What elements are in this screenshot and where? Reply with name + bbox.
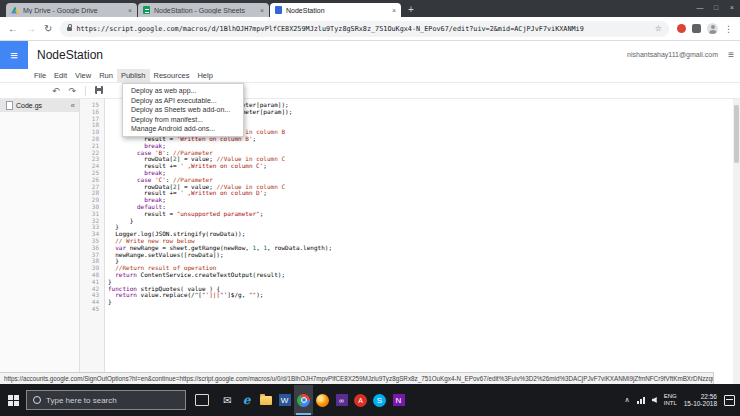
edge-browser-icon[interactable]: e bbox=[237, 385, 256, 415]
hamburger-icon[interactable]: ≡ bbox=[0, 41, 28, 69]
code-line: 28 result += ' ,Written on column D'; bbox=[80, 190, 733, 197]
minimize-icon[interactable]: — bbox=[692, 0, 708, 15]
windows-taskbar: Type here to search ✉eW∞ASN ∧ ENG INTL 2… bbox=[0, 384, 740, 416]
collapse-panel-icon[interactable]: « bbox=[71, 101, 75, 110]
menu-file[interactable]: File bbox=[30, 69, 50, 82]
menu-item-manage-android-add-ons[interactable]: Manage Android add-ons... bbox=[123, 124, 243, 134]
close-icon[interactable]: × bbox=[724, 0, 740, 15]
browser-toolbar: ← → ↻ https://script.google.com/macros/d… bbox=[0, 17, 740, 41]
word-app-icon[interactable]: W bbox=[275, 385, 294, 415]
onenote-glyph: N bbox=[393, 394, 405, 406]
browser-tab[interactable]: My Drive - Google Drive× bbox=[6, 3, 137, 17]
extension-icon-gray[interactable] bbox=[692, 24, 701, 33]
skype-glyph: S bbox=[373, 394, 386, 407]
code-line: 32 } bbox=[80, 218, 733, 225]
menu-item-deploy-as-api-executable[interactable]: Deploy as API executable... bbox=[123, 96, 243, 106]
tray-chevron-icon[interactable]: ∧ bbox=[625, 396, 630, 404]
browser-actions: ⋮ bbox=[677, 23, 733, 34]
code-editor[interactable]: 15 var value = stripQuotes(e.parameter[p… bbox=[80, 99, 733, 384]
profile-avatar[interactable] bbox=[707, 23, 718, 34]
windows-logo-icon bbox=[8, 395, 19, 406]
tab-close-icon[interactable]: × bbox=[260, 7, 264, 14]
code-line: 37 newRange.setValues([rowData]); bbox=[80, 252, 733, 259]
acrobat-app-icon[interactable]: A bbox=[351, 385, 370, 415]
skype-app-icon[interactable]: S bbox=[370, 385, 389, 415]
volume-icon[interactable] bbox=[652, 397, 657, 403]
tab-title: My Drive - Google Drive bbox=[23, 7, 125, 14]
code-line: 45 bbox=[80, 306, 733, 313]
editor-scrollbar[interactable] bbox=[733, 99, 740, 384]
status-link-bar: https://accounts.google.com/SignOutOptio… bbox=[0, 372, 714, 384]
address-bar[interactable]: https://script.google.com/macros/d/1BlhO… bbox=[60, 21, 669, 37]
menu-resources[interactable]: Resources bbox=[150, 69, 194, 82]
menu-run[interactable]: Run bbox=[95, 69, 117, 82]
drive-favicon bbox=[11, 7, 19, 14]
edge-glyph: e bbox=[243, 393, 251, 407]
maximize-icon[interactable]: □ bbox=[708, 0, 724, 15]
visual-studio-icon[interactable]: ∞ bbox=[332, 385, 351, 415]
redo-button[interactable]: ↷ bbox=[69, 86, 77, 96]
onenote-app-icon[interactable]: N bbox=[389, 385, 408, 415]
save-icon bbox=[95, 86, 103, 94]
code-line: 40 return ContentService.createTextOutpu… bbox=[80, 272, 733, 279]
network-icon[interactable] bbox=[637, 397, 645, 404]
taskbar-apps: ✉eW∞ASN bbox=[218, 385, 408, 415]
script-favicon bbox=[275, 6, 282, 14]
start-button[interactable] bbox=[0, 395, 26, 406]
taskbar-search[interactable]: Type here to search bbox=[26, 390, 186, 410]
menu-item-deploy-from-manifest[interactable]: Deploy from manifest... bbox=[123, 115, 243, 125]
firefox-glyph bbox=[316, 394, 329, 407]
back-icon[interactable]: ← bbox=[8, 24, 18, 34]
tab-close-icon[interactable]: × bbox=[392, 7, 396, 14]
firefox-browser-icon[interactable] bbox=[313, 385, 332, 415]
new-tab-button[interactable]: + bbox=[401, 3, 421, 17]
extension-icon-red[interactable] bbox=[677, 24, 686, 33]
browser-tab[interactable]: NodeStation× bbox=[270, 3, 401, 17]
browser-tab[interactable]: NodeStation - Google Sheets× bbox=[138, 3, 269, 17]
code-text: return ContentService.createTextOutput(r… bbox=[104, 272, 285, 279]
header-menu-icon[interactable]: ≡ bbox=[728, 49, 734, 60]
code-text bbox=[104, 306, 108, 313]
menu-view[interactable]: View bbox=[71, 69, 95, 82]
time-text: 22:56 bbox=[684, 393, 717, 400]
code-text: } bbox=[104, 299, 112, 306]
code-text: newRange.setValues([rowData]); bbox=[104, 252, 224, 259]
language-indicator[interactable]: ENG INTL bbox=[664, 393, 677, 407]
tab-title: NodeStation - Google Sheets bbox=[154, 7, 257, 14]
url-text[interactable]: https://script.google.com/macros/d/1BlhO… bbox=[76, 25, 650, 33]
file-doc-icon bbox=[6, 101, 13, 110]
file-item-code-gs[interactable]: Code.gs bbox=[0, 99, 79, 112]
account-email[interactable]: nishantsahay111@gmail.com bbox=[627, 51, 718, 58]
menu-item-deploy-as-sheets-web-add-on[interactable]: Deploy as Sheets web add-on... bbox=[123, 105, 243, 115]
code-line: 20 result = 'Written on column B'; bbox=[80, 136, 733, 143]
file-explorer-icon[interactable] bbox=[256, 385, 275, 415]
sheets-favicon bbox=[143, 6, 150, 14]
cortana-icon bbox=[33, 396, 41, 404]
undo-button[interactable]: ↶ bbox=[52, 86, 60, 96]
menu-publish[interactable]: Publish bbox=[117, 69, 150, 82]
mail-app-icon[interactable]: ✉ bbox=[218, 385, 237, 415]
chrome-browser-icon[interactable] bbox=[294, 385, 313, 415]
project-title: NodeStation bbox=[37, 48, 103, 62]
code-line: 43 return value.replace(/^["']|["']$/g, … bbox=[80, 292, 733, 299]
clock[interactable]: 22:56 15-10-2018 bbox=[684, 393, 717, 407]
file-panel: Code.gs « bbox=[0, 99, 80, 384]
editor-menubar: FileEditViewRunPublishResourcesHelp bbox=[0, 69, 740, 83]
menu-edit[interactable]: Edit bbox=[50, 69, 71, 82]
mail-glyph: ✉ bbox=[223, 395, 231, 406]
bookmark-star-icon[interactable]: ☆ bbox=[655, 24, 662, 33]
menu-help[interactable]: Help bbox=[193, 69, 216, 82]
code-line: 29 break; bbox=[80, 197, 733, 204]
browser-menu-icon[interactable]: ⋮ bbox=[724, 24, 733, 34]
task-view-icon[interactable] bbox=[195, 394, 209, 406]
tab-close-icon[interactable]: × bbox=[128, 7, 132, 14]
save-button[interactable] bbox=[95, 86, 103, 96]
reload-icon[interactable]: ↻ bbox=[44, 24, 52, 34]
folder-glyph bbox=[260, 396, 272, 405]
publish-dropdown-menu: Deploy as web app...Deploy as API execut… bbox=[122, 83, 244, 137]
action-center-icon[interactable] bbox=[724, 395, 735, 406]
scrollbar-thumb[interactable] bbox=[734, 105, 739, 163]
forward-icon[interactable]: → bbox=[26, 24, 36, 34]
menu-item-deploy-as-web-app[interactable]: Deploy as web app... bbox=[123, 86, 243, 96]
toolbar-separator bbox=[85, 86, 86, 96]
